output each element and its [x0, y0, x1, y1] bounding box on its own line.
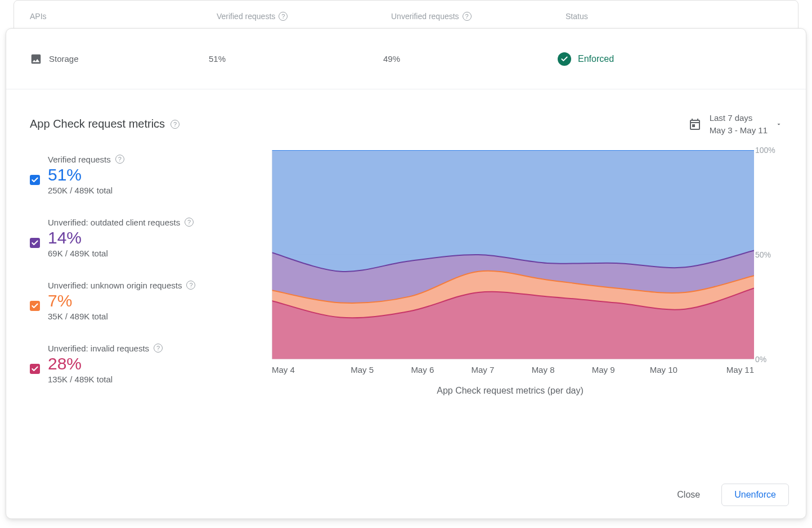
- x-tick: May 6: [392, 365, 452, 374]
- status-label: Enforced: [578, 54, 614, 64]
- legend-percent: 28%: [48, 354, 266, 373]
- header-col-verified: Verified requests: [217, 12, 391, 21]
- y-tick: 0%: [755, 355, 782, 364]
- header-col-verified-label: Verified requests: [217, 12, 275, 21]
- status-check-icon: [558, 52, 571, 66]
- metrics-chart: 100% 50% 0% May 4 May 5 May 6 May 7 May …: [266, 150, 782, 407]
- legend-title: Unverified: outdated client requests: [48, 218, 180, 227]
- date-range-secondary: May 3 - May 11: [710, 124, 768, 137]
- legend-item-invalid: Unverified: invalid requests 28% 135K / …: [30, 344, 266, 384]
- chart-x-axis: May 4 May 5 May 6 May 7 May 8 May 9 May …: [272, 359, 754, 374]
- legend-item-unknown: Unverified: unknown origin requests 7% 3…: [30, 281, 266, 321]
- help-icon[interactable]: [154, 344, 163, 353]
- chart-legend: Verified requests 51% 250K / 489K total …: [30, 150, 266, 407]
- dropdown-caret-icon: [775, 121, 782, 128]
- help-icon[interactable]: [279, 12, 288, 21]
- header-col-status: Status: [566, 12, 798, 21]
- y-tick: 50%: [755, 250, 782, 259]
- header-col-unverified-label: Unverified requests: [391, 12, 459, 21]
- legend-subtext: 69K / 489K total: [48, 249, 266, 258]
- legend-percent: 14%: [48, 228, 266, 247]
- help-icon[interactable]: [115, 155, 124, 164]
- storage-icon: [30, 53, 42, 65]
- legend-item-outdated: Unverified: outdated client requests 14%…: [30, 218, 266, 258]
- legend-percent: 51%: [48, 165, 266, 184]
- metrics-title: App Check request metrics: [30, 118, 180, 130]
- x-tick: May 10: [634, 365, 694, 374]
- calendar-icon: [688, 118, 702, 131]
- close-button[interactable]: Close: [671, 485, 706, 504]
- unenforce-button[interactable]: Unenforce: [721, 484, 789, 506]
- api-name: Storage: [49, 54, 79, 64]
- row-unverified-pct: 49%: [383, 54, 558, 64]
- header-col-unverified: Unverified requests: [391, 12, 566, 21]
- legend-item-verified: Verified requests 51% 250K / 489K total: [30, 155, 266, 195]
- legend-checkbox[interactable]: [30, 175, 40, 185]
- metrics-panel: Storage 51% 49% Enforced App Check reque…: [6, 28, 806, 519]
- legend-checkbox[interactable]: [30, 238, 40, 248]
- x-tick: May 9: [573, 365, 634, 374]
- legend-title: Verified requests: [48, 155, 111, 164]
- header-col-apis: APIs: [14, 12, 217, 21]
- help-icon[interactable]: [186, 281, 195, 290]
- legend-subtext: 250K / 489K total: [48, 186, 266, 195]
- legend-title: Unverified: unknown origin requests: [48, 281, 182, 290]
- api-row-storage[interactable]: Storage 51% 49% Enforced: [6, 29, 806, 89]
- legend-checkbox[interactable]: [30, 301, 40, 311]
- x-tick: May 5: [332, 365, 392, 374]
- legend-checkbox[interactable]: [30, 364, 40, 374]
- chart-caption: App Check request metrics (per day): [266, 386, 782, 396]
- date-range-primary: Last 7 days: [710, 112, 768, 124]
- legend-percent: 7%: [48, 291, 266, 310]
- help-icon[interactable]: [185, 218, 194, 227]
- metrics-title-text: App Check request metrics: [30, 118, 165, 130]
- x-tick: May 4: [272, 365, 332, 374]
- chart-y-axis: 100% 50% 0%: [755, 146, 782, 364]
- legend-subtext: 135K / 489K total: [48, 374, 266, 384]
- legend-title: Unverified: invalid requests: [48, 344, 149, 353]
- y-tick: 100%: [755, 146, 782, 155]
- date-range-picker[interactable]: Last 7 days May 3 - May 11: [688, 112, 782, 137]
- help-icon[interactable]: [171, 120, 180, 129]
- x-tick: May 8: [513, 365, 573, 374]
- x-tick: May 11: [694, 365, 754, 374]
- x-tick: May 7: [452, 365, 513, 374]
- area-chart-svg: [272, 150, 754, 359]
- legend-subtext: 35K / 489K total: [48, 312, 266, 321]
- row-verified-pct: 51%: [209, 54, 383, 64]
- help-icon[interactable]: [463, 12, 472, 21]
